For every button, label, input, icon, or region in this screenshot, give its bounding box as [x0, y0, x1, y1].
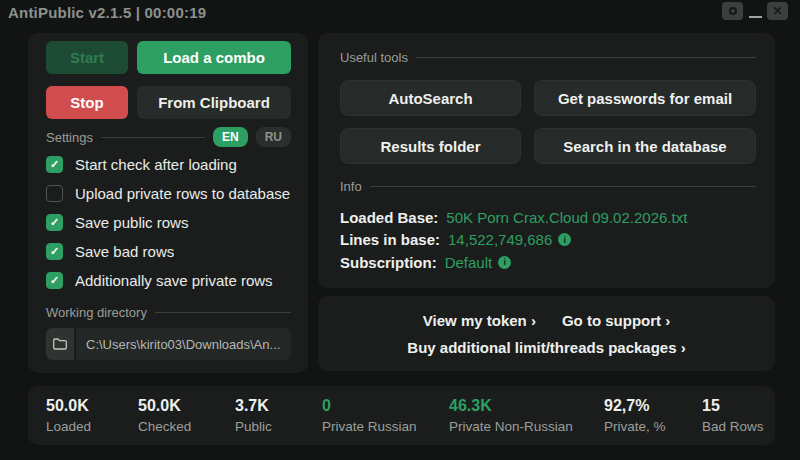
checkbox-additionally-save-private-rows[interactable]: Additionally save private rows [46, 272, 291, 289]
subscription-label: Subscription: [340, 254, 437, 271]
titlebar: AntiPublic v2.1.5 | 00:00:19 ✕ [0, 0, 800, 26]
loaded-base-label: Loaded Base: [340, 209, 438, 226]
stat-value: 50.0K [138, 397, 191, 415]
working-directory-label: Working directory [46, 305, 147, 320]
lines-in-base-value: 14,522,749,686 [448, 231, 552, 248]
stat-value: 92,7% [604, 397, 666, 415]
lines-in-base-row: Lines in base: 14,522,749,686 i [340, 229, 756, 252]
tools-panel: Useful tools AutoSearch Get passwords fo… [318, 33, 775, 288]
stop-button[interactable]: Stop [46, 86, 128, 119]
checkbox-label: Upload private rows to database [75, 185, 290, 202]
loaded-base-value: 50K Porn Crax.Cloud 09.02.2026.txt [446, 209, 687, 226]
results-folder-button[interactable]: Results folder [340, 128, 521, 164]
stat-private-percent: 92,7% Private, % [604, 397, 666, 434]
view-token-link[interactable]: View my token › [423, 312, 536, 329]
stat-value: 46.3K [449, 397, 573, 415]
browse-folder-button[interactable] [46, 328, 76, 360]
tool-buttons: AutoSearch Get passwords for email Resul… [340, 80, 756, 164]
support-link[interactable]: Go to support › [562, 312, 670, 329]
checkbox-icon[interactable] [46, 214, 63, 231]
stat-public: 3.7K Public [235, 397, 272, 434]
loaded-base-row: Loaded Base: 50K Porn Crax.Cloud 09.02.2… [340, 206, 756, 229]
links-row: Buy additional limit/threads packages › [407, 339, 685, 356]
stat-label: Checked [138, 419, 191, 434]
useful-tools-label: Useful tools [340, 50, 408, 65]
window-title: AntiPublic v2.1.5 | 00:00:19 [8, 4, 206, 21]
checkbox-label: Save bad rows [75, 243, 174, 260]
checkbox-save-bad-rows[interactable]: Save bad rows [46, 243, 291, 260]
working-directory-header: Working directory [46, 302, 291, 322]
lines-in-base-label: Lines in base: [340, 231, 440, 248]
checkbox-save-public-rows[interactable]: Save public rows [46, 214, 291, 231]
autosearch-button[interactable]: AutoSearch [340, 80, 521, 116]
circle-window-button[interactable] [722, 2, 743, 20]
close-icon: ✕ [772, 5, 782, 17]
language-en-toggle[interactable]: EN [213, 127, 248, 147]
divider [416, 57, 756, 58]
checkbox-icon[interactable] [46, 272, 63, 289]
info-icon[interactable]: i [558, 233, 571, 246]
checkbox-label: Save public rows [75, 214, 188, 231]
stat-label: Private Non-Russian [449, 419, 573, 434]
from-clipboard-button[interactable]: From Clipboard [137, 86, 291, 119]
circle-icon [729, 7, 737, 15]
stat-loaded: 50.0K Loaded [46, 397, 91, 434]
checkbox-start-check-after-loading[interactable]: Start check after loading [46, 156, 291, 173]
stat-private-russian: 0 Private Russian [322, 397, 417, 434]
stat-value: 15 [702, 397, 764, 415]
divider [370, 186, 756, 187]
stat-label: Public [235, 419, 272, 434]
working-directory-field: C:\Users\kirito03\Downloads\An... [46, 328, 291, 360]
checkbox-label: Start check after loading [75, 156, 237, 173]
stat-bad-rows: 15 Bad Rows [702, 397, 764, 434]
stats-bar: 50.0K Loaded 50.0K Checked 3.7K Public 0… [28, 386, 775, 445]
control-panel: Start Load a combo Stop From Clipboard S… [28, 33, 308, 373]
minimize-icon[interactable] [749, 16, 762, 18]
divider [101, 137, 205, 138]
subscription-row: Subscription: Default i [340, 251, 756, 274]
divider [155, 312, 291, 313]
stat-checked: 50.0K Checked [138, 397, 191, 434]
close-button[interactable]: ✕ [767, 2, 788, 20]
stat-value: 0 [322, 397, 417, 415]
info-icon[interactable]: i [498, 256, 511, 269]
info-rows: Loaded Base: 50K Porn Crax.Cloud 09.02.2… [340, 206, 756, 274]
checkbox-label: Additionally save private rows [75, 272, 273, 289]
stat-label: Loaded [46, 419, 91, 434]
stat-value: 50.0K [46, 397, 91, 415]
start-button[interactable]: Start [46, 41, 128, 74]
settings-label: Settings [46, 130, 93, 145]
get-passwords-button[interactable]: Get passwords for email [534, 80, 756, 116]
stat-label: Bad Rows [702, 419, 764, 434]
action-buttons: Start Load a combo Stop From Clipboard [46, 41, 291, 119]
settings-header: Settings EN RU [46, 127, 291, 147]
settings-checkboxes: Start check after loading Upload private… [46, 156, 291, 289]
stat-private-non-russian: 46.3K Private Non-Russian [449, 397, 573, 434]
links-panel: View my token › Go to support › Buy addi… [318, 296, 775, 371]
checkbox-upload-private-rows[interactable]: Upload private rows to database [46, 185, 291, 202]
checkbox-icon[interactable] [46, 156, 63, 173]
checkbox-icon[interactable] [46, 185, 63, 202]
stat-label: Private Russian [322, 419, 417, 434]
checkbox-icon[interactable] [46, 243, 63, 260]
stat-value: 3.7K [235, 397, 272, 415]
subscription-value: Default [445, 254, 493, 271]
load-combo-button[interactable]: Load a combo [137, 41, 291, 74]
useful-tools-header: Useful tools [340, 47, 756, 67]
language-ru-toggle[interactable]: RU [256, 127, 291, 147]
folder-icon [52, 337, 68, 351]
info-header: Info [340, 176, 756, 196]
info-label: Info [340, 179, 362, 194]
buy-packages-link[interactable]: Buy additional limit/threads packages › [407, 339, 685, 356]
links-row: View my token › Go to support › [423, 312, 670, 329]
search-database-button[interactable]: Search in the database [534, 128, 756, 164]
working-directory-path[interactable]: C:\Users\kirito03\Downloads\An... [76, 328, 291, 360]
stat-label: Private, % [604, 419, 666, 434]
